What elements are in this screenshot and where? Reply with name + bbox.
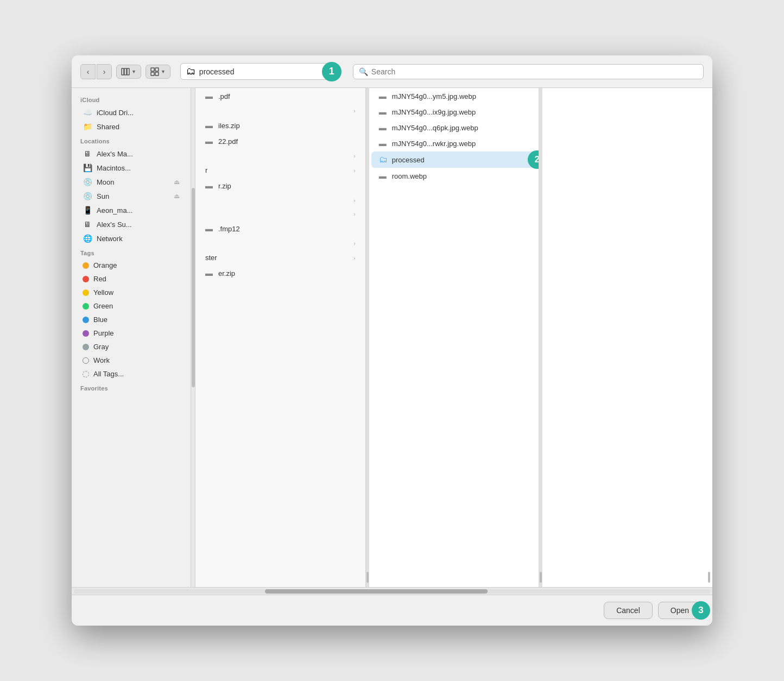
list-item[interactable]: › [198, 207, 363, 220]
sidebar-item-aeon[interactable]: 📱 Aeon_ma... [74, 203, 188, 217]
list-item[interactable]: ▬ mJNY54g0...q6pk.jpg.webp [371, 120, 537, 135]
item-name: mJNY54g0...ix9g.jpg.webp [392, 108, 529, 116]
sidebar-item-work[interactable]: Work [74, 354, 188, 367]
list-item[interactable]: ▬ mJNY54g0...ix9g.jpg.webp [371, 104, 537, 119]
item-name: mJNY54g0...rwkr.jpg.webp [392, 140, 529, 148]
sidebar-item-sun[interactable]: 💿 Sun ⏏ [74, 189, 188, 203]
list-item[interactable]: ▬ 22.pdf [198, 134, 363, 149]
sidebar-item-alexs-mac[interactable]: 🖥 Alex's Ma... [74, 147, 188, 161]
sidebar-item-moon[interactable]: 💿 Moon ⏏ [74, 175, 188, 189]
list-item[interactable]: ▬ er.zip [198, 266, 363, 281]
column-view-chevron: ▼ [131, 69, 136, 74]
sidebar-item-macintosh[interactable]: 💾 Macintos... [74, 161, 188, 175]
moon-eject-icon: ⏏ [174, 178, 180, 186]
sidebar-item-icloud-drive[interactable]: ☁️ iCloud Dri... [74, 105, 188, 119]
macintosh-icon: 💾 [83, 163, 92, 172]
list-item[interactable]: r › [198, 163, 363, 178]
middle-pane: ▬ mJNY54g0...ym5.jpg.webp ▬ mJNY54g0...i… [369, 88, 540, 587]
list-item[interactable]: › [198, 149, 363, 162]
webp-file-icon: ▬ [379, 123, 388, 132]
yellow-dot [83, 289, 89, 296]
sidebar-item-network[interactable]: 🌐 Network [74, 231, 188, 245]
sidebar-item-red[interactable]: Red [74, 272, 188, 286]
forward-button[interactable]: › [97, 64, 112, 79]
sidebar-item-blue[interactable]: Blue [74, 313, 188, 326]
toolbar: ‹ › ▼ ▼ 🗂 processed ▲ ▼ [72, 55, 712, 88]
green-label: Green [93, 302, 113, 310]
webp-file-icon: ▬ [379, 172, 388, 180]
resize-dot [540, 572, 542, 583]
icloud-drive-label: iCloud Dri... [97, 109, 134, 117]
item-name: mJNY54g0...ym5.jpg.webp [392, 92, 529, 100]
item-name: .pdf [218, 92, 356, 100]
sidebar-scrollbar[interactable] [191, 88, 195, 587]
scrollbar-track [74, 589, 710, 594]
sidebar-item-purple[interactable]: Purple [74, 326, 188, 340]
cancel-button[interactable]: Cancel [604, 602, 653, 619]
folder-processed-item[interactable]: 🗂 processed › 2 [371, 152, 537, 168]
sidebar-item-green[interactable]: Green [74, 299, 188, 313]
folder-processed-name: processed [392, 156, 523, 164]
chevron-right-icon: › [353, 255, 356, 261]
badge-1: 1 [322, 62, 342, 81]
list-item[interactable]: ster › [198, 250, 363, 265]
list-item[interactable]: ▬ room.webp [371, 168, 537, 184]
list-item[interactable]: › [198, 237, 363, 250]
grid-view-button[interactable]: ▼ [146, 65, 170, 79]
content-area: ▬ .pdf › ▬ iles.zip ▬ 22.pdf › [195, 88, 712, 587]
sun-label: Sun [97, 192, 109, 200]
list-item[interactable]: ▬ r.zip [198, 178, 363, 193]
tags-section-label: Tags [72, 245, 191, 258]
right-pane [542, 88, 712, 587]
file-icon: ▬ [205, 269, 214, 278]
shared-icon: 📁 [83, 122, 92, 131]
aeon-icon: 📱 [83, 206, 92, 215]
moon-icon: 💿 [83, 178, 92, 186]
left-pane: ▬ .pdf › ▬ iles.zip ▬ 22.pdf › [195, 88, 366, 587]
resize-dot [708, 572, 710, 583]
search-input[interactable] [371, 67, 698, 76]
svg-rect-2 [127, 68, 129, 75]
red-label: Red [93, 275, 106, 283]
item-name: .fmp12 [218, 225, 356, 233]
purple-label: Purple [93, 329, 114, 337]
list-item[interactable]: ▬ iles.zip [198, 118, 363, 133]
moon-label: Moon [97, 178, 115, 186]
open-button[interactable]: Open 3 [658, 602, 701, 619]
item-name: mJNY54g0...q6pk.jpg.webp [392, 124, 529, 132]
badge-2: 2 [528, 150, 539, 169]
list-item[interactable]: ▬ mJNY54g0...rwkr.jpg.webp [371, 136, 537, 151]
grid-view-chevron: ▼ [161, 69, 166, 74]
file-icon: ▬ [205, 121, 214, 130]
sidebar-item-yellow[interactable]: Yellow [74, 286, 188, 299]
list-item[interactable]: › [198, 104, 363, 117]
sidebar-item-orange[interactable]: Orange [74, 258, 188, 272]
file-icon: ▬ [205, 181, 214, 190]
scrollbar-thumb [265, 589, 488, 594]
list-item[interactable]: ▬ mJNY54g0...ym5.jpg.webp [371, 89, 537, 104]
sidebar-item-shared[interactable]: 📁 Shared [74, 119, 188, 134]
gray-label: Gray [93, 343, 109, 351]
favorites-section-label: Favorites [72, 381, 191, 394]
macintosh-label: Macintos... [97, 164, 131, 172]
list-item[interactable]: › [198, 194, 363, 207]
item-name: room.webp [392, 172, 529, 180]
back-button[interactable]: ‹ [80, 64, 96, 79]
shared-label: Shared [97, 123, 119, 131]
column-view-button[interactable]: ▼ [116, 65, 141, 79]
sidebar-item-gray[interactable]: Gray [74, 340, 188, 354]
icloud-section-label: iCloud [72, 92, 191, 105]
horizontal-scrollbar[interactable] [72, 587, 712, 595]
open-label: Open [671, 606, 689, 615]
svg-rect-6 [155, 72, 159, 75]
sidebar-item-all-tags[interactable]: All Tags... [74, 367, 188, 381]
svg-rect-0 [122, 68, 124, 75]
list-item[interactable]: ▬ .fmp12 [198, 221, 363, 236]
list-item[interactable]: ▬ .pdf [198, 89, 363, 104]
item-name: r [205, 166, 349, 174]
sidebar-item-alexs-su[interactable]: 🖥 Alex's Su... [74, 217, 188, 231]
search-bar[interactable]: 🔍 [353, 64, 704, 79]
svg-rect-5 [151, 72, 154, 75]
sun-eject-icon: ⏏ [174, 192, 180, 200]
path-bar[interactable]: 🗂 processed ▲ ▼ 1 [180, 63, 332, 80]
